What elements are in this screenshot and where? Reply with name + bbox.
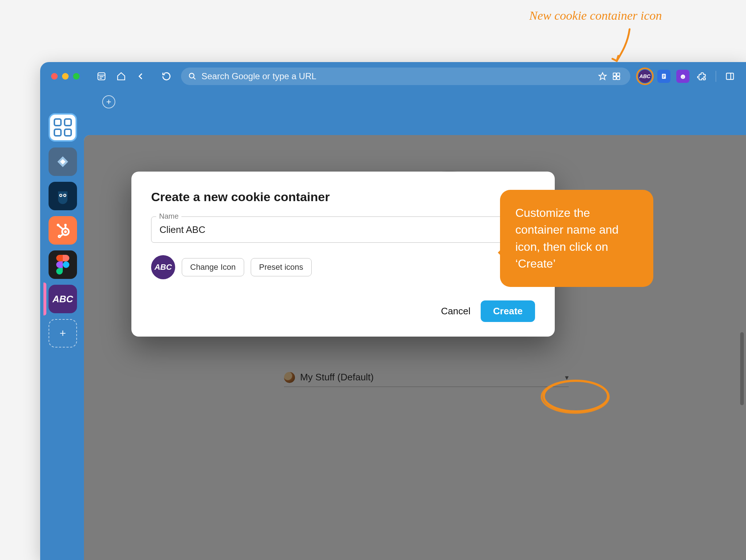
active-space-indicator [43,283,46,315]
cookie-container-extension-icon[interactable]: ABC [636,68,654,85]
abc-badge-icon: ABC [638,70,651,83]
icon-preview: ABC [151,255,175,279]
back-icon[interactable] [132,68,150,85]
name-field-label: Name [156,212,181,220]
url-input[interactable] [201,71,593,81]
svg-rect-15 [726,73,734,79]
sidebar-toggle-icon[interactable] [93,68,110,85]
create-button[interactable]: Create [481,300,535,322]
svg-point-20 [64,195,66,196]
svg-rect-9 [613,77,616,80]
apps-grid-icon [54,118,72,137]
svg-rect-8 [617,73,620,76]
icon-preview-text: ABC [154,262,172,272]
url-bar[interactable] [181,68,630,85]
add-space-button[interactable]: + [49,319,77,348]
home-icon[interactable] [112,68,130,85]
smiley-extension-icon[interactable]: ☻ [674,68,692,85]
panel-toggle-icon[interactable] [721,68,739,85]
sidebar-item-hubspot[interactable] [49,216,77,245]
browser-topbar: ABC ☻ [40,62,746,91]
svg-rect-14 [663,77,664,78]
sidebar-item-figma[interactable] [49,250,77,279]
name-input[interactable] [151,216,535,243]
sidebar-item-hootsuite[interactable] [49,182,77,210]
dialog-title: Create a new cookie container [151,190,535,204]
clickup-icon [55,154,71,170]
docs-extension-icon[interactable] [655,68,673,85]
annotation-arrow-icon [610,26,635,66]
tabstrip: + [40,91,746,113]
svg-rect-7 [613,73,616,76]
sidebar-item-client-abc[interactable]: ABC [49,285,77,313]
name-field-wrap: Name [151,216,535,243]
reload-icon[interactable] [158,68,175,85]
svg-point-22 [64,230,67,233]
new-tab-button[interactable]: + [102,95,115,108]
cancel-button[interactable]: Cancel [441,306,470,317]
owl-icon [55,188,71,204]
svg-rect-10 [617,77,620,80]
hubspot-icon [55,222,71,238]
change-icon-button[interactable]: Change Icon [182,258,244,276]
svg-point-28 [58,235,61,238]
extensions-puzzle-icon[interactable] [693,68,711,85]
sidebar-item-clickup[interactable] [49,147,77,176]
preset-icons-button[interactable]: Preset icons [251,258,312,276]
svg-marker-6 [599,73,606,80]
sidebar-item-apps[interactable] [49,113,77,142]
svg-rect-12 [663,75,665,76]
annotation-callout: Customize the container name and icon, t… [500,190,653,287]
toolbar-divider [716,71,716,82]
svg-point-24 [64,224,67,226]
window-zoom-button[interactable] [73,73,80,80]
split-view-icon[interactable] [612,72,621,81]
figma-icon [56,255,69,275]
svg-point-26 [57,224,59,226]
abc-label: ABC [53,294,73,305]
annotation-cookie-container-label: New cookie container icon [529,9,662,23]
sidebar: ABC + [45,113,81,348]
window-controls [51,73,80,80]
window-minimize-button[interactable] [62,73,69,80]
bookmark-star-icon[interactable] [598,72,607,81]
extension-icons: ABC ☻ [636,68,739,85]
dialog-actions: Cancel Create [151,300,535,322]
window-close-button[interactable] [51,73,58,80]
icon-row: ABC Change Icon Preset icons [151,255,535,279]
svg-line-5 [193,77,196,80]
svg-point-19 [60,195,62,196]
svg-point-4 [189,73,194,78]
svg-line-25 [59,226,63,229]
search-icon [188,72,196,80]
svg-rect-13 [663,76,665,77]
